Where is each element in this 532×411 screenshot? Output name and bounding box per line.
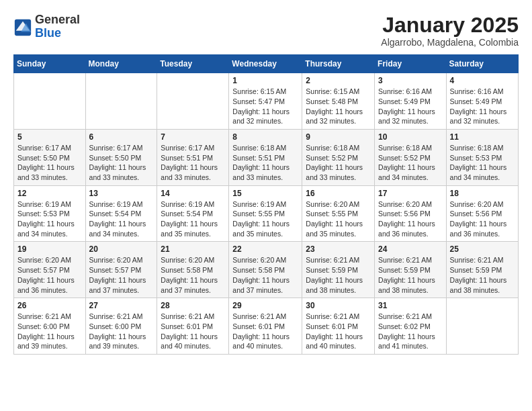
- day-number: 9: [306, 132, 371, 142]
- calendar-week-row: 26Sunrise: 6:21 AM Sunset: 6:00 PM Dayli…: [14, 298, 519, 355]
- day-detail: Sunrise: 6:20 AM Sunset: 5:56 PM Dayligh…: [450, 199, 515, 239]
- calendar-cell: 3Sunrise: 6:16 AM Sunset: 5:49 PM Daylig…: [375, 73, 447, 130]
- day-detail: Sunrise: 6:20 AM Sunset: 5:58 PM Dayligh…: [232, 255, 298, 295]
- calendar-cell: 21Sunrise: 6:20 AM Sunset: 5:58 PM Dayli…: [157, 242, 229, 298]
- calendar-table: SundayMondayTuesdayWednesdayThursdayFrid…: [13, 54, 519, 355]
- day-detail: Sunrise: 6:20 AM Sunset: 5:57 PM Dayligh…: [17, 255, 82, 295]
- calendar-header-row: SundayMondayTuesdayWednesdayThursdayFrid…: [14, 55, 519, 73]
- day-number: 29: [232, 301, 298, 310]
- calendar-cell: 13Sunrise: 6:19 AM Sunset: 5:54 PM Dayli…: [85, 185, 157, 242]
- calendar-cell: 28Sunrise: 6:21 AM Sunset: 6:01 PM Dayli…: [157, 298, 229, 355]
- day-number: 31: [378, 301, 443, 310]
- day-number: 8: [232, 132, 298, 142]
- calendar-cell: 7Sunrise: 6:17 AM Sunset: 5:51 PM Daylig…: [157, 129, 229, 185]
- calendar-cell: 19Sunrise: 6:20 AM Sunset: 5:57 PM Dayli…: [14, 242, 86, 298]
- calendar-cell: 10Sunrise: 6:18 AM Sunset: 5:52 PM Dayli…: [375, 129, 447, 185]
- day-detail: Sunrise: 6:21 AM Sunset: 6:02 PM Dayligh…: [378, 312, 443, 351]
- day-detail: Sunrise: 6:17 AM Sunset: 5:50 PM Dayligh…: [17, 143, 82, 183]
- day-detail: Sunrise: 6:21 AM Sunset: 6:01 PM Dayligh…: [232, 312, 298, 351]
- day-detail: Sunrise: 6:18 AM Sunset: 5:53 PM Dayligh…: [450, 143, 515, 183]
- day-number: 28: [161, 301, 225, 310]
- day-number: 15: [232, 189, 298, 198]
- calendar-cell: 1Sunrise: 6:15 AM Sunset: 5:47 PM Daylig…: [229, 73, 302, 130]
- day-number: 18: [450, 189, 515, 198]
- calendar-cell: [157, 73, 229, 130]
- calendar-cell: 17Sunrise: 6:20 AM Sunset: 5:56 PM Dayli…: [375, 185, 447, 242]
- calendar-cell: 11Sunrise: 6:18 AM Sunset: 5:53 PM Dayli…: [446, 129, 518, 185]
- calendar-cell: 12Sunrise: 6:19 AM Sunset: 5:53 PM Dayli…: [14, 185, 86, 242]
- day-number: 27: [89, 301, 154, 310]
- day-number: 24: [378, 244, 443, 254]
- calendar-cell: 9Sunrise: 6:18 AM Sunset: 5:52 PM Daylig…: [302, 129, 375, 185]
- day-number: 21: [161, 244, 225, 254]
- calendar-cell: 23Sunrise: 6:21 AM Sunset: 5:59 PM Dayli…: [302, 242, 375, 298]
- day-detail: Sunrise: 6:19 AM Sunset: 5:53 PM Dayligh…: [17, 199, 82, 239]
- page-header: General Blue January 2025 Algarrobo, Mag…: [13, 13, 519, 48]
- calendar-cell: 29Sunrise: 6:21 AM Sunset: 6:01 PM Dayli…: [229, 298, 302, 355]
- day-detail: Sunrise: 6:20 AM Sunset: 5:58 PM Dayligh…: [161, 255, 225, 295]
- day-detail: Sunrise: 6:21 AM Sunset: 6:01 PM Dayligh…: [161, 312, 225, 351]
- calendar-cell: 15Sunrise: 6:19 AM Sunset: 5:55 PM Dayli…: [229, 185, 302, 242]
- day-detail: Sunrise: 6:19 AM Sunset: 5:54 PM Dayligh…: [161, 199, 225, 239]
- logo-blue: Blue: [35, 27, 80, 40]
- calendar-cell: 8Sunrise: 6:18 AM Sunset: 5:51 PM Daylig…: [229, 129, 302, 185]
- calendar-cell: 18Sunrise: 6:20 AM Sunset: 5:56 PM Dayli…: [446, 185, 518, 242]
- calendar-cell: 30Sunrise: 6:21 AM Sunset: 6:01 PM Dayli…: [302, 298, 375, 355]
- day-number: 23: [306, 244, 371, 254]
- calendar-cell: 26Sunrise: 6:21 AM Sunset: 6:00 PM Dayli…: [14, 298, 86, 355]
- day-detail: Sunrise: 6:20 AM Sunset: 5:57 PM Dayligh…: [89, 255, 154, 295]
- calendar-cell: [85, 73, 157, 130]
- calendar-cell: 31Sunrise: 6:21 AM Sunset: 6:02 PM Dayli…: [375, 298, 447, 355]
- day-number: 4: [450, 76, 515, 85]
- calendar-cell: 16Sunrise: 6:20 AM Sunset: 5:55 PM Dayli…: [302, 185, 375, 242]
- day-detail: Sunrise: 6:21 AM Sunset: 5:59 PM Dayligh…: [378, 255, 443, 295]
- day-number: 19: [17, 244, 82, 254]
- day-number: 11: [450, 132, 515, 142]
- day-number: 22: [232, 244, 298, 254]
- calendar-cell: 5Sunrise: 6:17 AM Sunset: 5:50 PM Daylig…: [14, 129, 86, 185]
- calendar-cell: 6Sunrise: 6:17 AM Sunset: 5:50 PM Daylig…: [85, 129, 157, 185]
- day-number: 20: [89, 244, 154, 254]
- calendar-week-row: 19Sunrise: 6:20 AM Sunset: 5:57 PM Dayli…: [14, 242, 519, 298]
- calendar-day-header: Sunday: [14, 55, 86, 73]
- day-detail: Sunrise: 6:16 AM Sunset: 5:49 PM Dayligh…: [378, 87, 443, 126]
- logo: General Blue: [13, 13, 80, 40]
- day-number: 5: [17, 132, 82, 142]
- day-detail: Sunrise: 6:17 AM Sunset: 5:51 PM Dayligh…: [161, 143, 225, 183]
- day-detail: Sunrise: 6:20 AM Sunset: 5:56 PM Dayligh…: [378, 199, 443, 239]
- calendar-cell: 24Sunrise: 6:21 AM Sunset: 5:59 PM Dayli…: [375, 242, 447, 298]
- calendar-day-header: Monday: [85, 55, 157, 73]
- day-detail: Sunrise: 6:20 AM Sunset: 5:55 PM Dayligh…: [306, 199, 371, 239]
- day-number: 13: [89, 189, 154, 198]
- calendar-week-row: 1Sunrise: 6:15 AM Sunset: 5:47 PM Daylig…: [14, 73, 519, 130]
- calendar-week-row: 12Sunrise: 6:19 AM Sunset: 5:53 PM Dayli…: [14, 185, 519, 242]
- day-number: 17: [378, 189, 443, 198]
- day-detail: Sunrise: 6:21 AM Sunset: 6:00 PM Dayligh…: [17, 312, 82, 351]
- day-number: 26: [17, 301, 82, 310]
- day-number: 6: [89, 132, 154, 142]
- day-number: 16: [306, 189, 371, 198]
- day-number: 7: [161, 132, 225, 142]
- calendar-cell: 14Sunrise: 6:19 AM Sunset: 5:54 PM Dayli…: [157, 185, 229, 242]
- day-number: 14: [161, 189, 225, 198]
- day-number: 25: [450, 244, 515, 254]
- location-title: Algarrobo, Magdalena, Colombia: [381, 37, 519, 48]
- day-number: 1: [232, 76, 298, 85]
- calendar-day-header: Thursday: [302, 55, 375, 73]
- calendar-cell: 22Sunrise: 6:20 AM Sunset: 5:58 PM Dayli…: [229, 242, 302, 298]
- day-number: 10: [378, 132, 443, 142]
- calendar-cell: 4Sunrise: 6:16 AM Sunset: 5:49 PM Daylig…: [446, 73, 518, 130]
- calendar-cell: 2Sunrise: 6:15 AM Sunset: 5:48 PM Daylig…: [302, 73, 375, 130]
- day-detail: Sunrise: 6:21 AM Sunset: 6:00 PM Dayligh…: [89, 312, 154, 351]
- logo-text: General Blue: [35, 13, 80, 40]
- month-title: January 2025: [381, 13, 519, 37]
- day-detail: Sunrise: 6:18 AM Sunset: 5:51 PM Dayligh…: [232, 143, 298, 183]
- day-number: 3: [378, 76, 443, 85]
- day-detail: Sunrise: 6:21 AM Sunset: 5:59 PM Dayligh…: [306, 255, 371, 295]
- day-detail: Sunrise: 6:19 AM Sunset: 5:55 PM Dayligh…: [232, 199, 298, 239]
- calendar-day-header: Tuesday: [157, 55, 229, 73]
- day-number: 30: [306, 301, 371, 310]
- day-detail: Sunrise: 6:15 AM Sunset: 5:48 PM Dayligh…: [306, 87, 371, 126]
- calendar-day-header: Saturday: [446, 55, 518, 73]
- day-detail: Sunrise: 6:15 AM Sunset: 5:47 PM Dayligh…: [232, 87, 298, 126]
